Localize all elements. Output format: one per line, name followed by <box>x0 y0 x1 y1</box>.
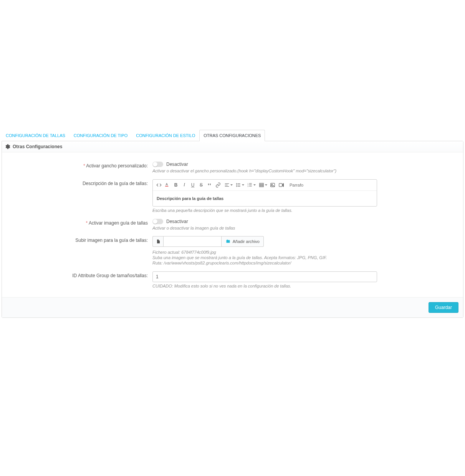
svg-point-23 <box>271 184 272 185</box>
svg-rect-6 <box>238 183 240 184</box>
toggle-activate-image[interactable] <box>152 219 163 224</box>
gears-icon <box>5 144 10 149</box>
svg-text:3: 3 <box>248 185 249 187</box>
label-upload-image: Subir imagen para la guía de tallas: <box>7 236 152 266</box>
video-icon[interactable] <box>277 181 285 189</box>
text-color-icon[interactable]: A <box>164 181 171 189</box>
label-activate-hook: * Activar gancho personalizado: <box>7 162 152 174</box>
underline-icon[interactable]: U <box>189 181 197 189</box>
italic-icon[interactable]: I <box>180 181 188 189</box>
add-file-button[interactable]: Añadir archivo <box>222 236 264 247</box>
svg-rect-14 <box>249 185 252 185</box>
help-description: Escriba una pequeña descripción que se m… <box>152 208 377 213</box>
panel-title: Otras Configuraciones <box>13 144 62 149</box>
label-description: Descripción de la guía de tallas: <box>7 179 152 213</box>
bullet-list-icon[interactable] <box>234 181 245 189</box>
svg-rect-16 <box>249 186 252 186</box>
svg-rect-24 <box>279 183 282 187</box>
svg-rect-17 <box>260 183 264 187</box>
table-icon[interactable] <box>257 181 268 189</box>
tabs: Configuración de Tallas Configuración de… <box>2 130 463 141</box>
svg-point-5 <box>236 183 237 184</box>
align-icon[interactable] <box>223 181 233 189</box>
svg-point-7 <box>236 185 237 185</box>
svg-marker-25 <box>283 183 283 187</box>
toggle-activate-image-state: Desactivar <box>166 219 188 224</box>
help-activate-image: Activar o desactivar la imagen guía de t… <box>152 226 458 231</box>
svg-rect-10 <box>238 186 240 187</box>
label-attr-group: ID Attribute Group de tamaños/tallas: <box>7 271 152 289</box>
tab-size-config[interactable]: Configuración de Tallas <box>2 130 70 141</box>
file-icon <box>152 236 163 247</box>
help-upload-image-2: Suba una imagen que se mostrará junto a … <box>152 255 458 261</box>
link-icon[interactable] <box>214 181 222 189</box>
label-activate-image: * Activar imagen guía de tallas <box>7 219 152 231</box>
svg-rect-12 <box>249 183 252 183</box>
rich-text-editor: A B I U S <box>152 179 377 207</box>
file-path-input[interactable] <box>163 236 222 247</box>
image-icon[interactable] <box>269 181 276 189</box>
help-upload-image-1: Fichero actual: 6784f774c00f9.jpg <box>152 250 458 255</box>
help-upload-image-3: Ruta: /var/www/vhosts/ps82.grupoclearis.… <box>152 261 458 266</box>
svg-text:A: A <box>165 183 168 186</box>
strike-icon[interactable]: S <box>197 181 205 189</box>
quote-icon[interactable] <box>206 181 213 189</box>
tab-style-config[interactable]: Configuración de Estilo <box>132 130 199 141</box>
save-button[interactable]: Guardar <box>429 302 458 313</box>
toggle-activate-hook-state: Desactivar <box>166 162 188 167</box>
bold-icon[interactable]: B <box>172 181 180 189</box>
panel-header: Otras Configuraciones <box>2 141 463 152</box>
help-attr-group: CUIDADO: Modifica esto solo si no ves na… <box>152 284 377 289</box>
tab-other-config[interactable]: Otras Configuraciones <box>199 130 265 141</box>
ordered-list-icon[interactable]: 123 <box>246 181 256 189</box>
attr-group-input[interactable] <box>152 271 377 282</box>
toggle-activate-hook[interactable] <box>152 162 163 167</box>
code-icon[interactable] <box>155 181 163 189</box>
help-activate-hook: Activar o desactivar el gancho personali… <box>152 169 458 174</box>
paragraph-dropdown[interactable]: Parrafo <box>288 182 306 188</box>
panel-other-config: Otras Configuraciones * Activar gancho p… <box>2 141 463 318</box>
svg-rect-1 <box>165 186 168 187</box>
svg-rect-8 <box>238 185 240 185</box>
tab-type-config[interactable]: Configuración de Tipo <box>70 130 132 141</box>
svg-point-9 <box>236 186 237 187</box>
editor-content[interactable]: Descripción para la guía de tallas <box>153 191 377 206</box>
